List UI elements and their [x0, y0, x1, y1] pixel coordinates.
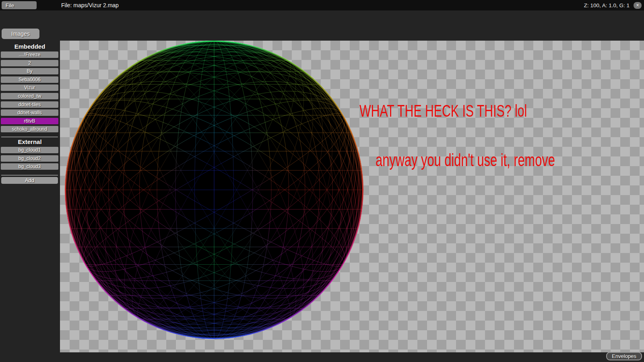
- external-section-header: External: [0, 138, 60, 145]
- add-image-button[interactable]: Add: [1, 177, 58, 184]
- file-menu-button[interactable]: File: [2, 1, 37, 9]
- external-image-list: bg_cloud1bg_cloud2bg_cloud3: [1, 147, 58, 170]
- image-list-item[interactable]: By: [1, 68, 58, 74]
- divider: [1, 137, 58, 137]
- close-icon[interactable]: ×: [634, 2, 642, 9]
- zoom-animation-grid-status: Z: 100, A: 1.0, G: 1: [584, 2, 630, 8]
- image-list-item[interactable]: ddnet-tiles: [1, 101, 58, 108]
- image-preview-sphere: [65, 41, 363, 339]
- divider: [1, 175, 58, 175]
- image-list-item[interactable]: ddnet-walls: [1, 109, 58, 116]
- editor-viewport[interactable]: WHAT THE HECK IS THIS? lol anyway you di…: [60, 41, 644, 352]
- file-path-title: File: maps/Vizur 2.map: [61, 0, 119, 10]
- image-list-item[interactable]: bg_cloud2: [1, 155, 58, 162]
- map-annotation-text-2: anyway you didn't use it, remove: [376, 150, 555, 170]
- image-list-item[interactable]: bg_cloud3: [1, 163, 58, 170]
- image-list-item[interactable]: 2: [1, 60, 58, 66]
- image-list-item[interactable]: Vizur: [1, 84, 58, 91]
- embedded-section-header: Embedded: [0, 43, 60, 50]
- images-sidebar: Images Embedded ....!Freeze2BySeba0006Vi…: [0, 10, 60, 362]
- menu-bar: File File: maps/Vizur 2.map Z: 100, A: 1…: [0, 0, 644, 10]
- image-list-item[interactable]: Seba0006: [1, 76, 58, 83]
- image-list-item[interactable]: ....!Freeze: [1, 51, 58, 58]
- sphere-color-tint: [65, 41, 363, 339]
- envelopes-button[interactable]: Envelopes: [606, 352, 642, 360]
- embedded-image-list: ....!Freeze2BySeba0006Vizurcolored_twddn…: [1, 51, 58, 132]
- image-list-item[interactable]: schoko_allround: [1, 126, 58, 132]
- image-list-item[interactable]: r6tvB: [1, 118, 58, 124]
- tab-images[interactable]: Images: [2, 29, 39, 39]
- map-annotation-text-1: WHAT THE HECK IS THIS? lol: [359, 102, 527, 120]
- image-list-item[interactable]: colored_tw: [1, 93, 58, 99]
- image-list-item[interactable]: bg_cloud1: [1, 147, 58, 153]
